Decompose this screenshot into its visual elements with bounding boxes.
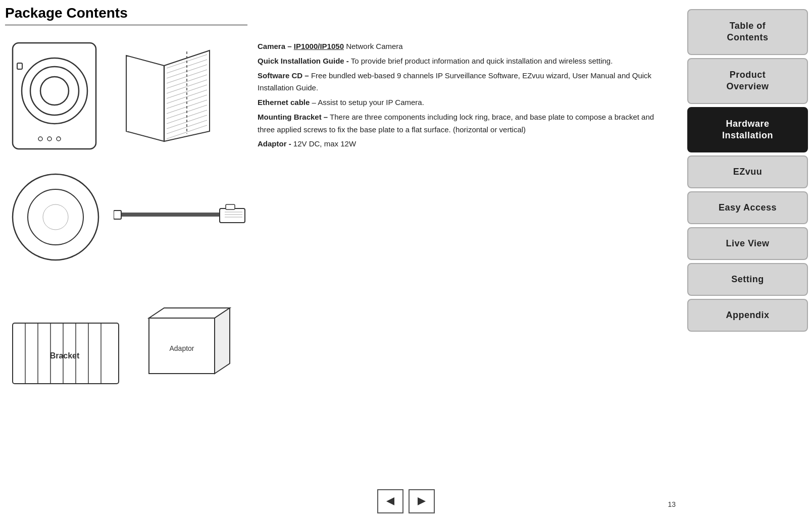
svg-text:Bracket: Bracket (50, 351, 80, 360)
nav-btn-easy-access[interactable]: Easy Access (687, 191, 808, 224)
software-cd-text: Free bundled web-based 9 channels IP Sur… (258, 71, 651, 92)
mounting-label: Mounting Bracket – (258, 113, 328, 121)
prev-button[interactable] (377, 489, 403, 513)
bracket-illustration: Bracket (10, 313, 126, 389)
manual-illustration (116, 40, 222, 151)
nav-btn-product-overview[interactable]: ProductOverview (687, 58, 808, 104)
nav-btn-hardware-installation[interactable]: HardwareInstallation (687, 107, 808, 153)
svg-marker-50 (418, 497, 426, 505)
adaptor-label: Adaptor - (258, 139, 291, 148)
cable-illustration (114, 189, 250, 240)
svg-point-6 (47, 137, 52, 141)
ethernet-label: Ethernet cable (258, 98, 310, 107)
next-button[interactable] (409, 489, 435, 513)
svg-rect-31 (226, 204, 235, 210)
svg-marker-47 (215, 308, 230, 374)
adaptor-illustration: Adaptor (134, 303, 235, 389)
camera-model: IP1000/IP1050 (294, 42, 344, 50)
description-area: Camera – IP1000/IP1050 Network Camera Qu… (258, 40, 656, 150)
camera-suffix: Network Camera (346, 42, 403, 50)
svg-point-5 (38, 137, 42, 141)
bottom-nav (377, 489, 435, 513)
svg-text:Adaptor: Adaptor (169, 344, 194, 352)
svg-rect-32 (114, 211, 121, 219)
quick-guide-label: Quick Installation Guide - (258, 57, 349, 65)
nav-btn-live-view[interactable]: Live View (687, 227, 808, 260)
nav-btn-setting[interactable]: Setting (687, 263, 808, 296)
adaptor-text: 12V DC, max 12W (293, 139, 356, 148)
svg-point-3 (40, 77, 69, 105)
prev-icon (384, 495, 396, 507)
camera-illustration (10, 40, 101, 151)
camera-label: Camera – IP1000/IP1050 (258, 42, 344, 50)
next-icon (416, 495, 428, 507)
svg-point-7 (57, 137, 61, 141)
cd-illustration (10, 172, 101, 263)
nav-btn-table-of-contents[interactable]: Table ofContents (687, 9, 808, 55)
page-number: 13 (668, 500, 676, 508)
svg-rect-4 (17, 63, 22, 69)
svg-rect-30 (220, 209, 245, 223)
quick-guide-text: To provide brief product information and… (351, 57, 613, 65)
sidebar: Table ofContents ProductOverview Hardwar… (683, 5, 812, 515)
ethernet-text: – Assist to setup your IP Camera. (312, 98, 424, 107)
software-cd-label: Software CD – (258, 71, 309, 80)
svg-point-28 (43, 204, 68, 230)
nav-btn-appendix[interactable]: Appendix (687, 299, 808, 332)
page-title: Package Contents (5, 5, 128, 21)
svg-marker-49 (386, 497, 394, 505)
nav-btn-ezvuu[interactable]: EZvuu (687, 155, 808, 188)
page-title-underline (5, 24, 247, 26)
